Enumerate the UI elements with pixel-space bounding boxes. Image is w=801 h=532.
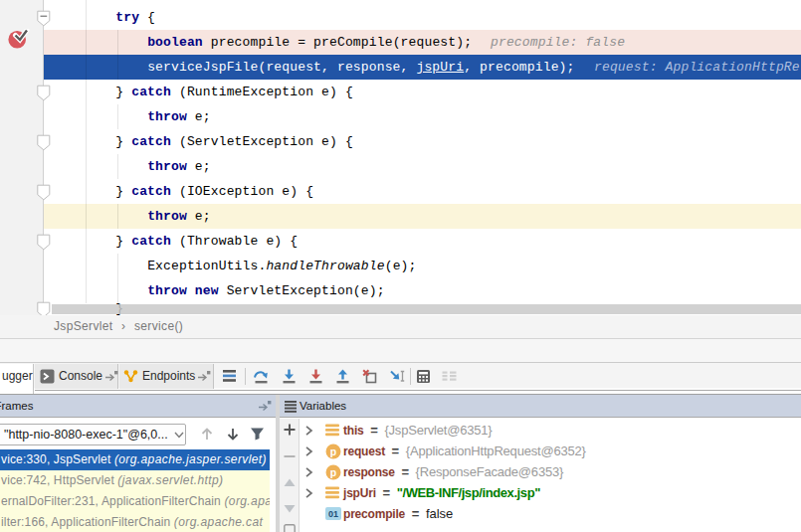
svg-text:p: p bbox=[330, 466, 336, 478]
svg-text:01: 01 bbox=[328, 509, 338, 519]
svg-text:p: p bbox=[330, 445, 336, 457]
